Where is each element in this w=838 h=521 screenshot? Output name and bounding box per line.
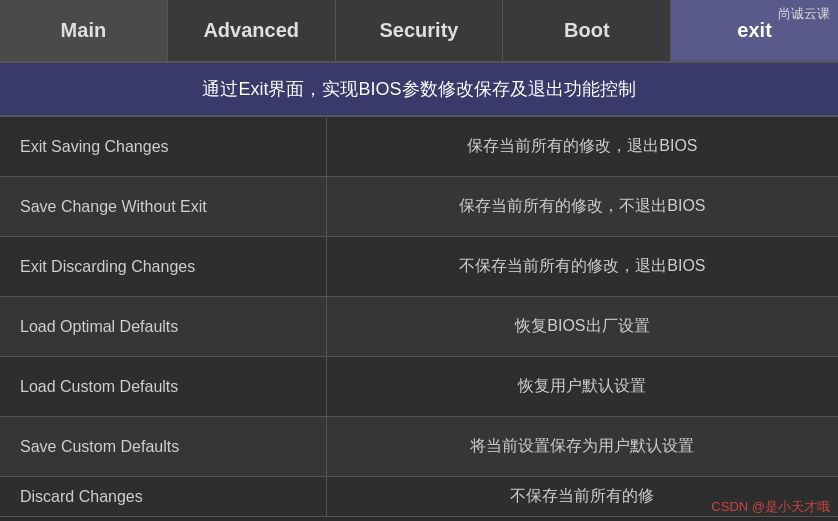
table-row[interactable]: Save Change Without Exit保存当前所有的修改，不退出BIO… [0, 177, 838, 237]
cell-option-desc: 不保存当前所有的修改，退出BIOS [327, 237, 838, 296]
tab-main[interactable]: Main [0, 0, 168, 61]
table-row[interactable]: Save Custom Defaults将当前设置保存为用户默认设置 [0, 417, 838, 477]
cell-option-desc: 恢复用户默认设置 [327, 357, 838, 416]
bios-table: Exit Saving Changes保存当前所有的修改，退出BIOSSave … [0, 117, 838, 517]
nav-bar: Main Advanced Security Boot exit [0, 0, 838, 63]
cell-option-name: Load Optimal Defaults [0, 297, 327, 356]
cell-option-desc: 恢复BIOS出厂设置 [327, 297, 838, 356]
cell-option-name: Load Custom Defaults [0, 357, 327, 416]
table-row[interactable]: Load Optimal Defaults恢复BIOS出厂设置 [0, 297, 838, 357]
cell-option-name: Exit Saving Changes [0, 117, 327, 176]
cell-option-desc: 保存当前所有的修改，不退出BIOS [327, 177, 838, 236]
cell-option-name: Save Change Without Exit [0, 177, 327, 236]
tab-advanced[interactable]: Advanced [168, 0, 336, 61]
cell-option-name: Discard Changes [0, 477, 327, 516]
cell-option-name: Exit Discarding Changes [0, 237, 327, 296]
cell-option-desc: 保存当前所有的修改，退出BIOS [327, 117, 838, 176]
table-row[interactable]: Load Custom Defaults恢复用户默认设置 [0, 357, 838, 417]
tab-security[interactable]: Security [336, 0, 504, 61]
header-description: 通过Exit界面，实现BIOS参数修改保存及退出功能控制 [0, 63, 838, 117]
table-row[interactable]: Exit Discarding Changes不保存当前所有的修改，退出BIOS [0, 237, 838, 297]
table-row[interactable]: Exit Saving Changes保存当前所有的修改，退出BIOS [0, 117, 838, 177]
cell-option-desc: 将当前设置保存为用户默认设置 [327, 417, 838, 476]
watermark-top: 尚诚云课 [778, 5, 830, 23]
cell-option-name: Save Custom Defaults [0, 417, 327, 476]
watermark-bottom: CSDN @是小天才哦 [711, 498, 830, 516]
tab-boot[interactable]: Boot [503, 0, 671, 61]
